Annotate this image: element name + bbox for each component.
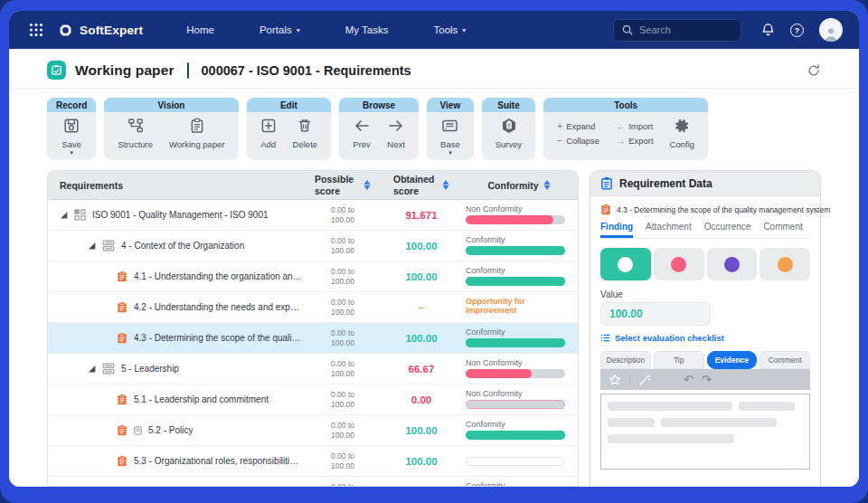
table-body: ISO 9001 - Quality Management - ISO 9001… [48,200,578,486]
requirements-table: Requirements Possible score Obtained sco… [47,170,579,487]
table-row[interactable]: 4.1 - Understanding the organization and… [48,261,578,292]
ribbon-button-add[interactable]: Add [254,117,283,150]
column-possible-score[interactable]: Possible score [303,174,382,195]
ribbon-button-working-paper[interactable]: Working paper [163,117,231,150]
ribbon-toolbar: RecordSave▾VisionStructureWorking paperE… [9,89,859,159]
star-icon[interactable] [609,374,621,386]
table-row[interactable]: 5.2 - Policy0.00 to100.00100.00Conformit… [48,415,578,446]
tab-attachment[interactable]: Attachment [646,222,692,238]
undo-icon[interactable]: ↶ [684,374,693,385]
table-row[interactable]: 4.3 - Determining the scope of the quali… [48,323,578,354]
tree-expand-caret-icon[interactable] [89,365,96,373]
sort-icon[interactable] [543,180,551,190]
editor-tab-tip[interactable]: Tip [654,351,704,369]
ribbon-button-label: Import [628,121,653,131]
nav-item-home[interactable]: Home [186,24,214,35]
conformity-cell: Opportunity for improvement [460,298,578,318]
tree-expand-caret-icon[interactable] [89,242,96,250]
evidence-editor[interactable] [600,394,810,470]
conformity-status-label: Non Conformity [466,205,565,214]
tree-expand-caret-icon[interactable] [61,212,68,219]
checklist-icon [600,334,610,342]
ribbon-button-label: Export [628,136,653,146]
redo-icon[interactable]: ↷ [702,374,712,385]
ribbon-group-title: View [427,98,474,112]
tab-occurrence[interactable]: Occurrence [704,222,751,238]
editor-tab-evidence[interactable]: Evidence [707,351,758,369]
chevron-down-icon: ▾ [297,26,300,34]
nav-utilities: ? [761,18,843,42]
select-evaluation-checklist-link[interactable]: Select evaluation checklist [600,333,810,343]
color-swatch-4[interactable] [760,248,810,280]
sort-icon[interactable] [442,180,449,190]
table-row[interactable]: 5.1 - Leadership and commitment0.00 to10… [48,384,578,415]
requirement-label: 4.3 - Determining the scope of the quali… [134,333,303,343]
nav-item-tools[interactable]: Tools▾ [433,24,466,35]
ribbon-button-export[interactable]: →Export [616,136,653,146]
conformity-cell: Conformity [460,482,578,486]
page-content: Working paper 000067 - ISO 9001 - Requir… [9,49,859,487]
ribbon-button-prev[interactable]: Prev [346,117,377,150]
editor-tab-comment[interactable]: Comment [760,351,810,369]
table-row[interactable]: ISO 9001 - Quality Management - ISO 9001… [48,200,578,231]
ribbon-group-browse: BrowsePrevNext [339,98,419,159]
column-requirements[interactable]: Requirements [48,180,303,191]
requirement-cell: 4.2 - Understanding the needs and expect… [48,301,303,313]
swatch-dot [618,257,633,272]
ribbon-button-delete[interactable]: Delete [287,117,324,150]
obtained-score-cell: 100.00 [382,271,460,282]
requirement-label: ISO 9001 - Quality Management - ISO 9001 [92,210,269,220]
nav-menu: HomePortals▾My TasksTools▾ [186,24,466,35]
column-obtained-score[interactable]: Obtained score [382,174,460,195]
softexpert-logo[interactable]: SoftExpert [58,23,143,38]
color-swatch-3[interactable] [707,248,758,280]
ribbon-button-base[interactable]: Base▾ [434,117,467,156]
obtained-score-cell: 100.00 [382,456,460,467]
user-avatar[interactable] [819,18,843,42]
help-icon[interactable]: ? [790,24,804,37]
magic-wand-icon[interactable] [638,374,651,386]
save-icon [63,118,80,138]
ribbon-button-import[interactable]: ←Import [616,121,653,131]
nav-item-my-tasks[interactable]: My Tasks [345,24,389,35]
conformity-bar-fill [466,277,565,286]
ribbon-button-label: Save [61,139,81,149]
obtained-score-cell: 100.00 [382,333,460,344]
notifications-bell-icon[interactable] [761,23,775,37]
ribbon-button-label: Survey [495,139,523,149]
table-row[interactable]: 6 - Planning0.00 to100.00100.00Conformit… [48,477,578,486]
sort-icon[interactable] [363,180,371,190]
table-row[interactable]: 4 - Context of the Organization0.00 to10… [48,231,578,261]
ribbon-button-expand[interactable]: +Expand [557,121,599,131]
nav-item-portals[interactable]: Portals▾ [259,24,300,35]
apps-grid-icon[interactable] [29,23,43,37]
value-input[interactable]: 100.00 [600,302,711,326]
table-row[interactable]: 5.3 - Organizational roles, responsibili… [48,446,578,477]
tab-finding[interactable]: Finding [600,222,633,238]
ribbon-button-survey[interactable]: Survey [489,117,529,150]
tab-comment[interactable]: Comment [763,222,802,238]
color-swatch-1[interactable] [600,248,651,280]
ribbon-button-config[interactable]: Config [664,117,701,150]
evaluation-swatches [600,248,810,280]
ribbon-group-title: Edit [247,98,331,112]
ribbon-button-collapse[interactable]: −Collapse [557,136,599,146]
refresh-icon[interactable] [807,63,821,78]
search-input[interactable]: Search [613,19,741,42]
ribbon-button-structure[interactable]: Structure [111,117,159,150]
ribbon-button-next[interactable]: Next [381,117,411,150]
chevron-down-icon: ▾ [70,151,73,155]
color-swatch-2[interactable] [654,248,704,280]
editor-tab-description[interactable]: Description [600,351,651,369]
conformity-status-label: Conformity [466,267,565,276]
ribbon-button-label: Expand [566,121,595,131]
conformity-bar [466,215,565,224]
table-row[interactable]: 4.2 - Understanding the needs and expect… [48,292,578,323]
column-conformity[interactable]: Conformity [460,180,578,191]
ribbon-group-title: Browse [339,98,419,112]
table-row[interactable]: 5 - Leadership0.00 to100.0066.67Non Conf… [48,354,578,384]
structure-icon [127,118,144,138]
ribbon-button-save[interactable]: Save▾ [55,117,88,156]
ribbon-group-title: Suite [482,98,536,112]
ribbon-group-body: Base▾ [427,112,474,159]
